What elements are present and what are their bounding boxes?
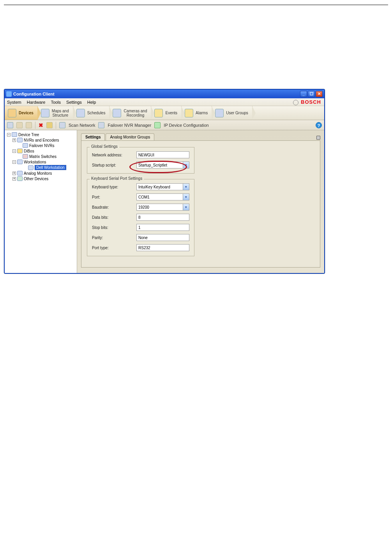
workstation-icon: [17, 160, 23, 164]
menu-system[interactable]: System: [7, 100, 21, 105]
expand-icon[interactable]: +: [12, 177, 16, 181]
app-icon: [6, 91, 12, 97]
toolbar: ✖ Scan Network Failover NVR Manager IP D…: [5, 120, 324, 130]
schedules-icon: [76, 109, 85, 117]
scan-network-label[interactable]: Scan Network: [69, 123, 95, 128]
tree-other-devices[interactable]: + Other Devices: [5, 176, 76, 181]
startup-script-label: Startup script:: [92, 163, 133, 167]
window-title: Configuration Client: [13, 92, 300, 96]
device-tree: − Device Tree + NVRs and Encoders Failov…: [5, 130, 77, 273]
tree-nvrs[interactable]: + NVRs and Encoders: [5, 137, 76, 143]
nav-usergroups[interactable]: User Groups: [212, 106, 253, 120]
databits-input[interactable]: 8: [136, 214, 189, 221]
tree-device-icon: [12, 132, 17, 137]
tree-matrix[interactable]: Matrix Switches: [5, 154, 76, 159]
global-legend: Global Settings: [90, 144, 119, 149]
undo-icon[interactable]: [16, 122, 23, 128]
port-combo[interactable]: COM1 ▾: [136, 193, 189, 200]
serial-legend: Keyboard Serial Port Settings: [90, 176, 144, 181]
app-body: − Device Tree + NVRs and Encoders Failov…: [5, 130, 324, 273]
expand-icon[interactable]: +: [12, 138, 16, 142]
page-divider: [4, 5, 388, 5]
port-label: Port:: [92, 195, 133, 199]
save-icon[interactable]: [7, 122, 13, 128]
tree-workstations[interactable]: − Workstations: [5, 159, 76, 165]
global-settings-group: Global Settings Network address: NEWGUI …: [87, 147, 194, 174]
pc-icon: [28, 165, 34, 170]
tab-settings[interactable]: Settings: [81, 133, 105, 140]
minimize-button[interactable]: _: [300, 91, 307, 97]
nav-events[interactable]: Events: [151, 106, 182, 120]
network-address-label: Network address:: [92, 153, 133, 157]
content-panel: Settings Analog Monitor Groups Global Se…: [77, 130, 324, 273]
close-button[interactable]: ✕: [316, 91, 323, 97]
tree-dibos[interactable]: − DiBos: [5, 148, 76, 154]
baud-label: Baudrate:: [92, 205, 133, 209]
brand-logo: BOSCH: [293, 99, 321, 105]
nav-schedules[interactable]: Schedules: [73, 106, 110, 120]
databits-label: Data bits:: [92, 215, 133, 220]
tab-panel: Global Settings Network address: NEWGUI …: [81, 140, 320, 268]
app-window: Configuration Client _ ☐ ✕ System Hardwa…: [4, 89, 325, 274]
stopbits-input[interactable]: 1: [136, 224, 189, 231]
chevron-down-icon[interactable]: ▾: [183, 162, 189, 168]
edit-icon[interactable]: [46, 122, 53, 128]
alarms-icon: [185, 109, 193, 117]
ipconfig-icon[interactable]: [154, 122, 161, 128]
chevron-down-icon[interactable]: ▾: [183, 184, 189, 190]
help-icon[interactable]: ?: [316, 122, 322, 128]
toolbar-sep2: [56, 122, 56, 129]
porttype-label: Port type:: [92, 246, 133, 250]
scan-icon[interactable]: [59, 122, 65, 128]
menu-tools[interactable]: Tools: [51, 100, 61, 105]
monitor-icon: [17, 171, 23, 176]
toolbar-sep: [35, 122, 35, 129]
maximize-button[interactable]: ☐: [308, 91, 315, 97]
collapse-icon[interactable]: −: [12, 160, 16, 164]
cameras-icon: [113, 109, 121, 117]
collapse-icon[interactable]: −: [12, 149, 16, 153]
tabs: Settings Analog Monitor Groups: [81, 133, 320, 140]
failover-icon[interactable]: [98, 122, 104, 128]
menu-bar: System Hardware Tools Settings Help BOSC…: [5, 98, 324, 106]
startup-script-combo[interactable]: Startup_Scriptlet ▾: [136, 161, 189, 168]
baud-combo[interactable]: 19200 ▾: [136, 204, 189, 211]
tree-analog-monitors[interactable]: + Analog Monitors: [5, 170, 76, 176]
maps-icon: [41, 109, 49, 117]
parity-input[interactable]: None: [136, 234, 189, 241]
menu-help[interactable]: Help: [87, 100, 96, 105]
other-icon: [17, 176, 23, 181]
title-bar: Configuration Client _ ☐ ✕: [5, 90, 324, 98]
stopbits-label: Stop bits:: [92, 225, 133, 230]
nav-devices[interactable]: Devices: [5, 106, 38, 120]
parity-label: Parity:: [92, 236, 133, 240]
porttype-input[interactable]: RS232: [136, 244, 189, 251]
nvr-icon: [17, 138, 23, 142]
nav-strip: Devices Maps and Structure Schedules Cam…: [5, 106, 324, 120]
nav-alarms[interactable]: Alarms: [182, 106, 212, 120]
failover-label[interactable]: Failover NVR Manager: [108, 123, 151, 128]
kbtype-label: Keyboard type:: [92, 185, 133, 189]
chevron-down-icon[interactable]: ▾: [183, 204, 189, 210]
delete-icon[interactable]: ✖: [39, 122, 43, 128]
ipconfig-label[interactable]: IP Device Configuration: [164, 123, 208, 128]
expand-icon[interactable]: +: [12, 172, 16, 175]
redo-icon[interactable]: [26, 122, 32, 128]
devices-icon: [8, 109, 16, 117]
serial-settings-group: Keyboard Serial Port Settings Keyboard t…: [87, 179, 194, 256]
expand-icon[interactable]: −: [7, 133, 11, 137]
pin-icon[interactable]: [316, 136, 320, 140]
globe-icon: [293, 100, 298, 105]
tree-failover[interactable]: Failover NVRs: [5, 143, 76, 148]
network-address-input[interactable]: NEWGUI: [136, 151, 189, 158]
menu-hardware[interactable]: Hardware: [27, 100, 46, 105]
tree-dell-workstation[interactable]: Dell Workstation: [5, 165, 76, 170]
failover-tree-icon: [23, 143, 28, 148]
kbtype-combo[interactable]: IntuiKey Keyboard ▾: [136, 183, 189, 190]
chevron-down-icon[interactable]: ▾: [183, 194, 189, 200]
menu-settings[interactable]: Settings: [66, 100, 82, 105]
tree-root[interactable]: − Device Tree: [5, 132, 76, 137]
nav-cameras[interactable]: Cameras and Recording: [109, 106, 151, 120]
nav-maps[interactable]: Maps and Structure: [38, 106, 73, 120]
tab-analog-monitor-groups[interactable]: Analog Monitor Groups: [106, 133, 154, 140]
